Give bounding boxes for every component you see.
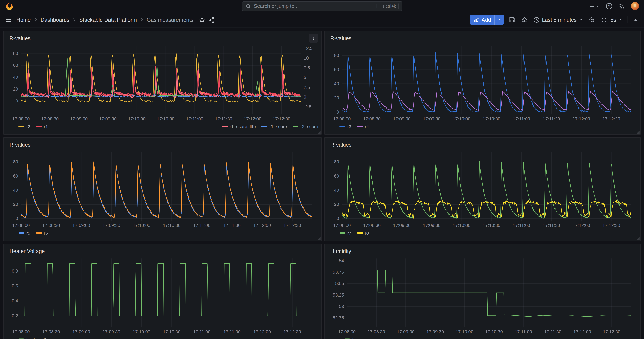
x-tick-label: 17:09:00	[70, 116, 88, 122]
x-tick-label: 17:12:00	[572, 223, 590, 228]
y-tick-label-right: 2.5	[304, 85, 310, 90]
legend-swatch	[357, 232, 363, 234]
breadcrumb-separator	[140, 18, 144, 22]
save-dashboard-button[interactable]	[508, 15, 516, 25]
panel-legend: humidity	[328, 336, 637, 339]
x-tick-label: 17:10:30	[163, 223, 180, 228]
x-tick-label: 17:09:00	[72, 329, 90, 334]
chart-plot[interactable]: 17:08:0017:08:3017:09:0017:09:3017:10:00…	[7, 42, 318, 122]
zoom-out-button[interactable]	[588, 15, 596, 25]
grafana-flame-icon	[5, 2, 14, 11]
x-tick-label: 17:10:00	[128, 116, 146, 122]
x-tick-label: 17:11:00	[193, 329, 210, 334]
chart-plot[interactable]: 17:08:0017:08:3017:09:0017:09:3017:10:00…	[7, 255, 318, 335]
breadcrumb: Home Dashboards Stackable Data Platform …	[16, 16, 193, 23]
legend-label: r8	[365, 230, 369, 236]
legend-item-r1_score_lttb[interactable]: r1_score_lttb	[222, 124, 256, 129]
chart-plot[interactable]: 17:08:0017:08:3017:09:0017:09:3017:10:00…	[328, 255, 637, 335]
series-r5	[21, 164, 312, 218]
panel-title[interactable]: Humidity	[330, 248, 351, 254]
y-tick-label: 0	[16, 216, 18, 221]
breadcrumb-folder[interactable]: Stackable Data Platform	[79, 16, 137, 23]
x-tick-label: 17:08:30	[42, 223, 60, 228]
y-tick-label-right: 0	[304, 94, 306, 100]
x-tick-label: 17:10:00	[456, 329, 474, 334]
favorite-button[interactable]	[199, 16, 205, 23]
x-tick-label: 17:08:30	[363, 223, 381, 228]
y-tick-label: 40	[334, 188, 339, 193]
legend-item-r3[interactable]: r3	[340, 124, 351, 129]
x-tick-label: 17:10:30	[483, 116, 500, 122]
panel-title[interactable]: Heater Voltage	[10, 248, 45, 254]
x-tick-label: 17:12:00	[244, 116, 262, 122]
toolbar-divider	[628, 16, 628, 24]
legend-item-r7[interactable]: r7	[340, 230, 351, 236]
x-tick-label: 17:12:30	[602, 116, 620, 122]
collapse-toolbar-button[interactable]	[632, 15, 639, 25]
x-tick-label: 17:08:00	[333, 223, 351, 228]
legend-label: r1_score	[270, 124, 287, 129]
breadcrumb-separator	[72, 18, 76, 22]
chart-plot[interactable]: 17:08:0017:08:3017:09:0017:09:3017:10:00…	[7, 149, 318, 229]
x-tick-label: 17:10:00	[133, 329, 150, 334]
x-tick-label: 17:08:00	[12, 329, 30, 334]
y-tick-label: 80	[334, 53, 339, 58]
x-tick-label: 17:09:30	[102, 223, 120, 228]
legend-label: r5	[26, 230, 30, 236]
time-range-picker[interactable]: Last 5 minutes	[532, 15, 584, 25]
avatar-image	[631, 2, 639, 10]
refresh-button[interactable]	[600, 15, 608, 25]
panel-title[interactable]: R-values	[10, 142, 30, 148]
refresh-interval-picker[interactable]: 5s	[610, 15, 623, 25]
shortcut-text: ctrl+k	[386, 4, 396, 9]
x-tick-label: 17:09:30	[423, 116, 440, 122]
search-input[interactable]: Search or jump to... ctrl+k	[242, 1, 402, 11]
gear-icon	[521, 16, 528, 23]
news-button[interactable]	[618, 3, 625, 9]
y-tick-label: 20	[13, 86, 18, 92]
chart-plot[interactable]: 17:08:0017:08:3017:09:0017:09:3017:10:00…	[328, 149, 637, 229]
panel-menu-button[interactable]	[309, 34, 318, 42]
breadcrumb-dashboards[interactable]: Dashboards	[40, 16, 69, 23]
legend-item-r1_score[interactable]: r1_score	[262, 124, 287, 129]
help-button[interactable]: ?	[606, 3, 612, 10]
chevron-down-icon	[596, 4, 600, 8]
chart-plot[interactable]: 17:08:0017:08:3017:09:0017:09:3017:10:00…	[328, 42, 637, 122]
legend-swatch	[36, 126, 42, 128]
panel-title[interactable]: R-values	[10, 35, 30, 42]
grafana-logo[interactable]	[5, 2, 14, 11]
breadcrumb-home[interactable]: Home	[16, 16, 31, 23]
legend-item-r4[interactable]: r4	[357, 124, 369, 129]
y-tick-label: 20	[13, 202, 18, 207]
legend-label: r6	[44, 230, 48, 236]
y-tick-label: 20	[334, 95, 339, 100]
x-tick-label: 17:08:30	[42, 329, 60, 334]
share-button[interactable]	[208, 16, 215, 23]
x-tick-label: 17:11:30	[223, 329, 240, 334]
legend-item-r2_score[interactable]: r2_score	[293, 124, 318, 129]
panel-title[interactable]: R-values	[330, 35, 352, 42]
rss-icon	[618, 3, 625, 9]
legend-item-heatervoltage[interactable]: heatervoltage	[18, 337, 54, 339]
legend-item-r6[interactable]: r6	[36, 230, 48, 236]
legend-item-r2[interactable]: r2	[18, 124, 30, 129]
panel-title[interactable]: R-values	[330, 142, 352, 148]
dashboard-settings-button[interactable]	[520, 15, 528, 25]
x-tick-label: 17:11:30	[543, 116, 560, 122]
series-r3	[342, 52, 631, 112]
add-panel-button[interactable]: Add	[470, 15, 504, 25]
legend-item-r8[interactable]: r8	[357, 230, 369, 236]
legend-item-r1[interactable]: r1	[36, 124, 48, 129]
y-tick-label: 53.75	[333, 270, 344, 275]
legend-item-r5[interactable]: r5	[18, 230, 30, 236]
x-tick-label: 17:09:30	[423, 223, 440, 228]
plus-icon	[589, 3, 595, 9]
y-tick-label: 0.6	[12, 283, 18, 288]
mega-menu-toggle[interactable]	[5, 16, 12, 23]
x-tick-label: 17:09:00	[72, 223, 90, 228]
x-tick-label: 17:12:00	[253, 223, 271, 228]
new-menu-button[interactable]	[589, 3, 600, 9]
user-avatar[interactable]	[631, 2, 639, 10]
refresh-interval-label: 5s	[610, 16, 616, 23]
legend-item-humidity[interactable]: humidity	[344, 337, 369, 339]
